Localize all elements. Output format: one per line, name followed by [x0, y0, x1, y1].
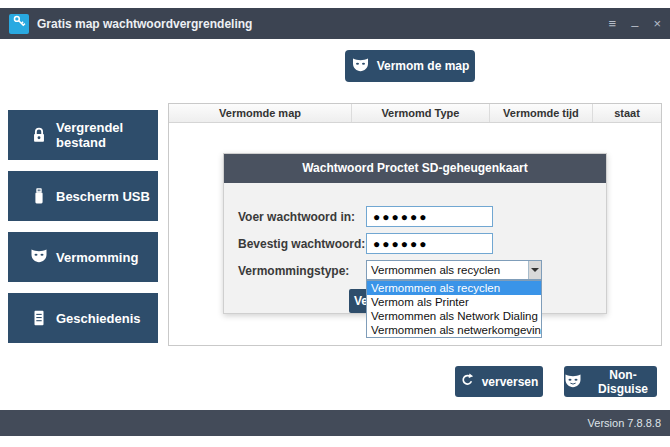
app-window: Gratis map wachtwoordvergrendeling ≡ – ×… [0, 0, 670, 447]
usb-icon [30, 187, 48, 205]
column-header-disguised-time[interactable]: Vermomde tijd [489, 104, 592, 122]
titlebar: Gratis map wachtwoordvergrendeling ≡ – × [0, 8, 670, 39]
dropdown-option[interactable]: Vermom als Printer [367, 295, 541, 309]
disguise-type-select[interactable]: Vermommen als recyclen [366, 260, 542, 280]
confirm-password-row: Bevestig wachtwoord: [238, 233, 365, 254]
menu-icon[interactable]: ≡ [609, 17, 617, 30]
dropdown-option[interactable]: Vermommen als netwerkomgeving [367, 323, 541, 337]
dropdown-option[interactable]: Vermommen als Network Dialing [367, 309, 541, 323]
dropdown-option[interactable]: Vermommen als recyclen [367, 281, 541, 295]
sidebar-item-label: Vermomming [56, 250, 138, 265]
refresh-label: verversen [482, 375, 539, 389]
disguise-map-label: Vermom de map [377, 59, 470, 73]
sidebar-item-label: Bescherm USB [56, 189, 150, 204]
dialog-title: Wachtwoord Proctet SD-geheugenkaart [224, 154, 606, 183]
sidebar-item-label: Vergrendel bestand [56, 120, 158, 150]
chevron-down-icon[interactable] [528, 261, 541, 279]
version-label: Version 7.8.8.8 [588, 417, 661, 429]
statusbar: Version 7.8.8.8 [0, 410, 670, 436]
minimize-icon[interactable]: – [631, 19, 638, 32]
sidebar-item-label: Geschiedenis [56, 311, 141, 326]
mask-icon [564, 373, 582, 391]
disguise-type-label: Vermommingstype: [238, 264, 349, 278]
sidebar-item-lock-file[interactable]: Vergrendel bestand [8, 110, 158, 160]
sidebar-item-history[interactable]: Geschiedenis [8, 293, 158, 343]
app-logo [9, 14, 29, 34]
close-icon[interactable]: × [653, 17, 661, 30]
refresh-button[interactable]: verversen [455, 366, 543, 397]
key-icon [12, 14, 27, 33]
sidebar-item-disguise[interactable]: Vermomming [8, 232, 158, 282]
disguise-type-selected-value: Vermommen als recyclen [367, 264, 528, 276]
confirm-password-label: Bevestig wachtwoord: [238, 237, 365, 251]
column-header-state[interactable]: staat [592, 104, 661, 122]
window-title: Gratis map wachtwoordvergrendeling [37, 17, 252, 31]
sidebar-item-protect-usb[interactable]: Bescherm USB [8, 171, 158, 221]
disguise-type-dropdown-list: Vermommen als recyclen Vermom als Printe… [366, 280, 542, 338]
disguise-type-row: Vermommingstype: [238, 260, 349, 281]
non-disguise-label: Non-Disguise [589, 368, 657, 396]
refresh-icon [460, 373, 475, 391]
enter-password-field[interactable] [366, 206, 493, 227]
table-header-row: Vermomde map Vermomd Type Vermomde tijd … [169, 104, 661, 123]
password-dialog: Wachtwoord Proctet SD-geheugenkaart Voer… [223, 153, 607, 314]
enter-password-row: Voer wachtwoord in: [238, 206, 355, 227]
mask-icon [351, 57, 370, 75]
lock-icon [30, 126, 48, 144]
enter-password-label: Voer wachtwoord in: [238, 210, 355, 224]
non-disguise-button[interactable]: Non-Disguise [564, 366, 657, 397]
history-icon [30, 309, 48, 327]
mask-icon [30, 248, 48, 266]
confirm-password-field[interactable] [366, 233, 493, 254]
disguise-map-button[interactable]: Vermom de map [345, 50, 475, 82]
column-header-disguised-type[interactable]: Vermomd Type [351, 104, 489, 122]
column-header-disguised-folder[interactable]: Vermomde map [169, 104, 351, 122]
